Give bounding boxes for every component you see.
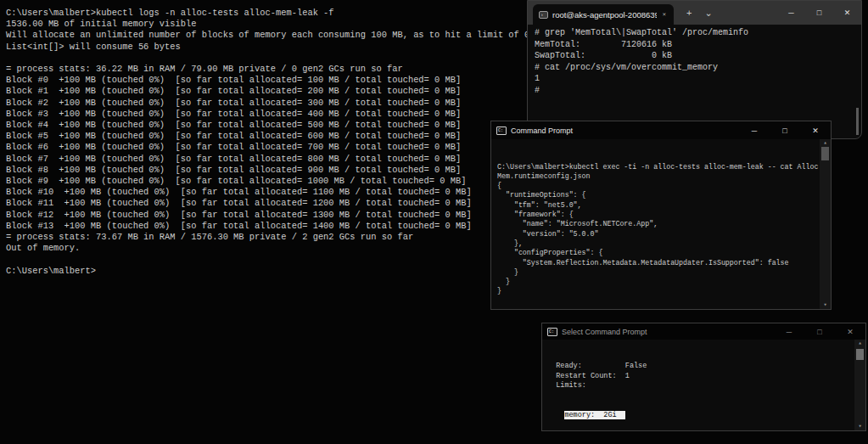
terminal-line: Ready: False [547, 362, 854, 372]
terminal-line: Restart Count: 1 [547, 372, 854, 382]
terminal-line: # grep 'MemTotal\|SwapTotal' /proc/memin… [535, 27, 861, 39]
scrollbar-thumb[interactable] [856, 108, 859, 135]
close-button[interactable]: ✕ [833, 1, 861, 25]
terminal-line: Limits: [547, 381, 854, 391]
terminal-line: SwapTotal: 0 kB [535, 50, 861, 62]
terminal-icon: › [539, 11, 548, 19]
terminal-line: "name": "Microsoft.NETCore.App", [497, 219, 820, 228]
cmd-icon: C: [496, 126, 507, 135]
select-command-prompt-window: C: Select Command Prompt ─ □ ✕ Ready: Fa… [541, 323, 866, 431]
terminal-line: # [535, 85, 861, 97]
close-button[interactable]: ✕ [800, 121, 831, 139]
highlighted-line: memory: 2Gi [547, 411, 854, 421]
cmd-terminal-content[interactable]: C:\Users\malbert>kubectl exec -ti -n all… [491, 139, 820, 309]
tab-title: root@aks-agentpool-20086390 [552, 10, 657, 20]
terminal-line: MemTotal: 7120616 kB [535, 39, 861, 51]
select-titlebar[interactable]: C: Select Command Prompt ─ □ ✕ [542, 323, 865, 340]
terminal-line: "framework": { [497, 210, 820, 219]
scroll-down-icon[interactable]: ▾ [823, 301, 826, 309]
terminal-line: } [497, 267, 820, 277]
select-terminal-content[interactable]: Ready: False Restart Count: 1 Limits: me… [542, 340, 854, 430]
close-button[interactable]: ✕ [835, 323, 865, 340]
minimize-button[interactable]: ─ [774, 323, 804, 340]
desktop: { "colors": { "desktop_bg": "#050505", "… [0, 0, 868, 444]
terminal-line: "System.Reflection.Metadata.MetadataUpda… [497, 258, 820, 267]
wt-terminal-content[interactable]: # grep 'MemTotal\|SwapTotal' /proc/memin… [528, 25, 861, 96]
select-scrollbar[interactable]: ▴ ▾ [854, 340, 865, 430]
terminal-line: "version": "5.0.0" [497, 229, 820, 239]
scrollbar-thumb[interactable] [856, 349, 864, 360]
terminal-line: # cat /proc/sys/vm/overcommit_memory [535, 62, 861, 74]
terminal-line: } [497, 277, 820, 286]
cmd-window-title: Command Prompt [511, 126, 573, 135]
minimize-button[interactable]: ─ [739, 121, 770, 139]
terminal-line: }, [497, 239, 820, 248]
selection-highlight: memory: 2Gi [564, 411, 624, 419]
terminal-line: 1 [535, 73, 861, 85]
cmd-scrollbar[interactable]: ▴ ▾ [820, 139, 831, 309]
scroll-up-icon[interactable]: ▴ [858, 340, 861, 347]
minimize-button[interactable]: ─ [777, 1, 805, 25]
command-prompt-window: C: Command Prompt ─ □ ✕ C:\Users\malbert… [490, 121, 832, 310]
terminal-tab-bar[interactable]: › root@aks-agentpool-20086390 ✕ + ⌄ ─ □ … [528, 1, 861, 25]
terminal-line: "tfm": "net5.0", [497, 200, 820, 210]
windows-terminal-window: › root@aks-agentpool-20086390 ✕ + ⌄ ─ □ … [527, 0, 862, 139]
maximize-button[interactable]: □ [804, 323, 835, 340]
terminal-line: { [497, 181, 820, 190]
terminal-line: } [497, 286, 820, 295]
cmd-titlebar[interactable]: C: Command Prompt ─ □ ✕ [491, 121, 831, 139]
maximize-button[interactable]: □ [805, 1, 833, 25]
scrollbar-thumb[interactable] [821, 147, 829, 160]
terminal-line: Mem.runtimeconfig.json [497, 171, 820, 181]
tab-close-button[interactable]: ✕ [661, 9, 668, 20]
tab-dropdown-button[interactable]: ⌄ [704, 8, 712, 19]
terminal-line: "configProperties": { [497, 248, 820, 257]
terminal-line: C:\Users\malbert>kubectl exec -ti -n all… [497, 162, 820, 171]
tab-root-aks-agentpool[interactable]: › root@aks-agentpool-20086390 ✕ [533, 4, 674, 25]
new-tab-button[interactable]: + [686, 8, 692, 18]
maximize-button[interactable]: □ [770, 121, 800, 139]
scroll-up-icon[interactable]: ▴ [823, 139, 826, 147]
scroll-down-icon[interactable]: ▾ [858, 423, 861, 430]
terminal-line: "runtimeOptions": { [497, 190, 820, 200]
cmd-icon: C: [547, 328, 557, 336]
select-window-title: Select Command Prompt [562, 328, 647, 336]
